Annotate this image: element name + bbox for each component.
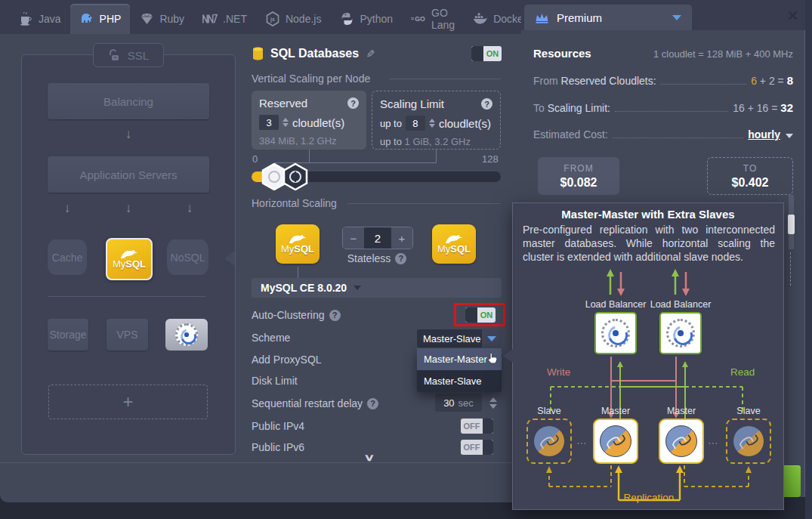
add-proxysql-row-label: Add ProxySQL: [252, 354, 322, 366]
master-1-label: Master: [585, 406, 646, 416]
app-screen: Java PHP Ruby .NET: [0, 0, 812, 519]
balancing-block[interactable]: Balancing: [48, 83, 209, 119]
edit-pencil-icon[interactable]: ✎: [364, 49, 376, 58]
up-to-label: up to: [380, 118, 402, 129]
java-coffee-icon: [18, 11, 33, 26]
section-line: [347, 203, 501, 204]
restart-delay-input[interactable]: 30 sec: [435, 394, 482, 412]
limit-details: 1 GiB, 3.2 GHz: [405, 136, 471, 147]
ssl-toggle-tab[interactable]: SSL: [93, 43, 164, 67]
version-selector[interactable]: MySQL CE 8.0.20: [252, 278, 502, 298]
node-count-stepper: − 2 +: [342, 227, 413, 249]
auto-clustering-row-label: Auto-Clustering ?: [252, 309, 341, 321]
tab-label: Python: [360, 13, 393, 25]
premium-label: Premium: [557, 11, 665, 24]
cost-period-selector[interactable]: hourly: [748, 128, 780, 141]
master-db-node-1: [593, 419, 638, 464]
decrease-button[interactable]: −: [343, 227, 364, 249]
increase-button[interactable]: +: [391, 227, 412, 249]
scheme-dropdown[interactable]: Master-Slave: [417, 329, 502, 348]
spiral-icon: [175, 323, 198, 346]
scheme-row-label: Scheme: [252, 332, 290, 344]
help-icon[interactable]: ?: [329, 310, 341, 321]
from-reserved-row: From Reserved Cloudlets: 6 + 2 = 8: [533, 74, 793, 87]
dropdown-arrow-button[interactable]: [482, 329, 502, 348]
tab-nodejs[interactable]: js Node.js: [256, 4, 330, 34]
group-power-toggle[interactable]: ON: [471, 46, 502, 61]
slave-db-node-1: [526, 419, 572, 464]
price-to-box: TO $0.402: [707, 157, 793, 195]
close-icon[interactable]: ✕: [787, 8, 798, 24]
reserved-total: 8: [787, 74, 793, 87]
reserved-label: Reserved: [259, 97, 307, 110]
node-count-value: 2: [364, 227, 391, 249]
svg-text:js: js: [270, 17, 275, 23]
chevron-down-icon[interactable]: [786, 134, 793, 138]
tab-python[interactable]: Python: [330, 4, 402, 34]
vertical-scaling-label: Vertical Scaling per Node: [252, 73, 370, 85]
option-master-slave[interactable]: Master-Slave: [417, 370, 502, 392]
vps-label: VPS: [116, 329, 137, 341]
page-background: [805, 0, 812, 519]
vps-block[interactable]: VPS: [107, 319, 148, 351]
price-from-box: FROM $0.082: [538, 157, 619, 195]
to-prefix: To: [533, 102, 545, 114]
tab-java[interactable]: Java: [9, 4, 70, 34]
limit-cloudlets-input[interactable]: 8: [406, 116, 425, 131]
help-icon[interactable]: ?: [367, 398, 378, 409]
flow-arrow-icon: ↓: [61, 201, 73, 216]
chevron-down-icon: [354, 286, 361, 290]
settings-callout-arrow: [224, 251, 235, 266]
slider-min-label: 0: [252, 153, 258, 165]
spiral-icon: [601, 319, 630, 348]
reserved-cloudlets-input[interactable]: 3: [259, 115, 279, 130]
scrollbar-thumb[interactable]: [788, 215, 795, 234]
help-icon[interactable]: ?: [347, 97, 359, 109]
reserved-details: 384 MiB, 1.2 GHz: [259, 135, 359, 147]
public-ipv4-toggle[interactable]: OFF: [461, 419, 493, 434]
tab-ruby[interactable]: Ruby: [130, 4, 193, 34]
tab-golang[interactable]: GO GO Lang: [402, 4, 464, 34]
read-label: Read: [730, 366, 755, 378]
delay-stepper[interactable]: [484, 394, 502, 412]
tab-dotnet[interactable]: .NET: [193, 4, 256, 34]
cache-block[interactable]: Cache: [48, 239, 87, 275]
help-icon[interactable]: ?: [395, 253, 406, 264]
mysql-node-2[interactable]: MySQL: [432, 224, 476, 264]
resources-label: Resources: [533, 47, 591, 60]
docker-engine-block[interactable]: [165, 319, 208, 351]
mysql-block-selected[interactable]: MySQL: [106, 238, 153, 280]
flow-arrow-icon: ↓: [184, 201, 196, 216]
to-price: $0.402: [732, 176, 769, 190]
toggle-knob: [483, 440, 493, 455]
mysql-logo: MySQL: [281, 234, 314, 254]
spiral-icon: [666, 319, 695, 348]
mysql-dolphin-icon: [600, 425, 631, 457]
stepper-icon[interactable]: [429, 119, 435, 128]
dotted-leader: [615, 111, 728, 112]
load-balancer-node-2: [659, 312, 702, 354]
to-limit-row: To Scaling Limit: 16 + 16 = 32: [533, 101, 793, 114]
database-icon: [252, 47, 264, 60]
toggle-state: OFF: [461, 422, 483, 431]
scroll-down-chevron-icon[interactable]: ∨: [363, 452, 375, 463]
premium-tab[interactable]: Premium: [524, 5, 692, 30]
public-ipv6-row-label: Public IPv6: [252, 441, 304, 453]
nosql-block[interactable]: NoSQL: [167, 239, 208, 275]
disk-limit-row-label: Disk Limit: [252, 375, 298, 387]
cache-label: Cache: [52, 252, 82, 264]
public-ipv6-toggle[interactable]: OFF: [461, 440, 493, 455]
unit-label: cloudlet(s): [292, 116, 344, 129]
storage-label: Storage: [49, 329, 86, 341]
public-ipv4-label: Public IPv4: [252, 420, 304, 432]
app-servers-block[interactable]: Application Servers: [48, 156, 209, 193]
mysql-node-1[interactable]: MySQL: [276, 224, 320, 264]
cloudlet-slider-handles[interactable]: [259, 163, 312, 190]
stepper-icon[interactable]: [283, 118, 289, 127]
storage-block[interactable]: Storage: [48, 319, 88, 351]
add-block-button[interactable]: +: [48, 385, 208, 419]
help-icon[interactable]: ?: [481, 98, 492, 110]
tab-php[interactable]: PHP: [70, 4, 131, 34]
chevron-down-icon: [672, 15, 681, 20]
nosql-label: NoSQL: [171, 252, 205, 264]
